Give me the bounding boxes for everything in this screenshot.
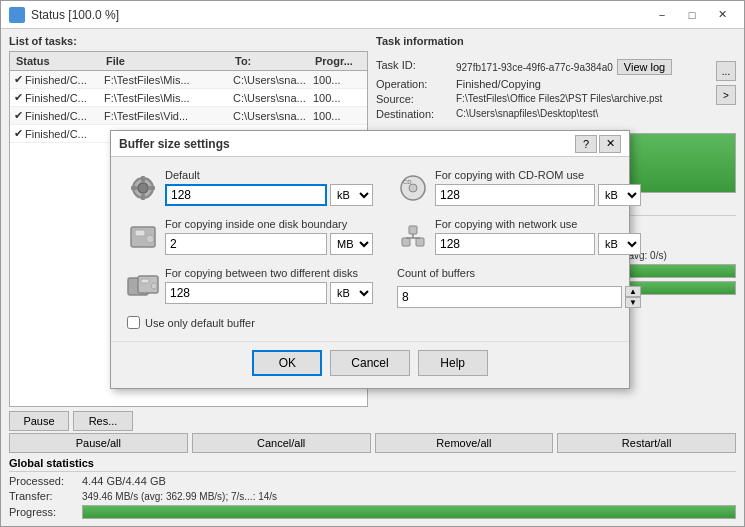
- cdrom-label: For copying with CD-ROM use: [435, 169, 641, 181]
- dialog-title: Buffer size settings: [119, 137, 230, 151]
- two-disks-icon: [127, 270, 159, 302]
- help-button[interactable]: Help: [418, 350, 488, 376]
- checkbox-row: Use only default buffer: [127, 316, 613, 329]
- svg-rect-5: [149, 186, 155, 190]
- svg-point-11: [146, 235, 154, 243]
- default-unit-select[interactable]: kBMBGB: [330, 184, 373, 206]
- svg-rect-14: [409, 226, 417, 234]
- checkbox-label: Use only default buffer: [145, 317, 255, 329]
- svg-point-7: [409, 184, 417, 192]
- count-buffers-input[interactable]: [397, 286, 622, 308]
- svg-rect-2: [141, 176, 145, 182]
- network-input[interactable]: [435, 233, 595, 255]
- two-disks-unit-select[interactable]: kBMBGB: [330, 282, 373, 304]
- dialog-footer: OK Cancel Help: [111, 341, 629, 388]
- count-buffers-label: Count of buffers: [397, 267, 641, 279]
- two-disks-field-group: For copying between two different disks …: [127, 267, 373, 308]
- use-default-buffer-checkbox[interactable]: [127, 316, 140, 329]
- cancel-button[interactable]: Cancel: [330, 350, 409, 376]
- svg-rect-13: [416, 238, 424, 246]
- svg-rect-20: [141, 279, 149, 283]
- dialog-title-buttons: ? ✕: [575, 135, 621, 153]
- gear-icon: [127, 172, 159, 204]
- buffer-size-dialog: Buffer size settings ? ✕: [110, 130, 630, 389]
- two-disks-input[interactable]: [165, 282, 327, 304]
- count-buffers-field-group: Count of buffers ▲ ▼: [397, 267, 641, 308]
- svg-rect-4: [131, 186, 137, 190]
- spinner-down-button[interactable]: ▼: [625, 297, 641, 308]
- svg-rect-12: [402, 238, 410, 246]
- ok-button[interactable]: OK: [252, 350, 322, 376]
- dialog-overlay: Buffer size settings ? ✕: [0, 0, 745, 527]
- two-disks-label: For copying between two different disks: [165, 267, 373, 279]
- one-disk-field-group: For copying inside one disk boundary kBM…: [127, 218, 373, 255]
- buffers-spinner: ▲ ▼: [625, 286, 641, 308]
- one-disk-label: For copying inside one disk boundary: [165, 218, 373, 230]
- default-label: Default: [165, 169, 373, 181]
- network-icon: [397, 221, 429, 253]
- svg-text:CD: CD: [403, 179, 412, 185]
- dialog-grid: Default kBMBGB: [127, 169, 613, 308]
- dialog-help-button[interactable]: ?: [575, 135, 597, 153]
- default-input[interactable]: [165, 184, 327, 206]
- cdrom-unit-select[interactable]: kBMBGB: [598, 184, 641, 206]
- dialog-close-button[interactable]: ✕: [599, 135, 621, 153]
- cdrom-input[interactable]: [435, 184, 595, 206]
- network-unit-select[interactable]: kBMBGB: [598, 233, 641, 255]
- one-disk-input[interactable]: [165, 233, 327, 255]
- dialog-title-bar: Buffer size settings ? ✕: [111, 131, 629, 157]
- spinner-up-button[interactable]: ▲: [625, 286, 641, 297]
- default-field-group: Default kBMBGB: [127, 169, 373, 206]
- cdrom-icon: CD: [397, 172, 429, 204]
- network-field-group: For copying with network use kBMBGB: [397, 218, 641, 255]
- network-label: For copying with network use: [435, 218, 641, 230]
- svg-rect-3: [141, 194, 145, 200]
- dialog-content: Default kBMBGB: [111, 157, 629, 341]
- svg-point-1: [138, 183, 148, 193]
- one-disk-unit-select[interactable]: kBMBGB: [330, 233, 373, 255]
- svg-point-21: [151, 283, 157, 289]
- cdrom-field-group: CD For copying with CD-ROM use kBMBGB: [397, 169, 641, 206]
- svg-rect-10: [135, 230, 145, 236]
- disk-icon: [127, 221, 159, 253]
